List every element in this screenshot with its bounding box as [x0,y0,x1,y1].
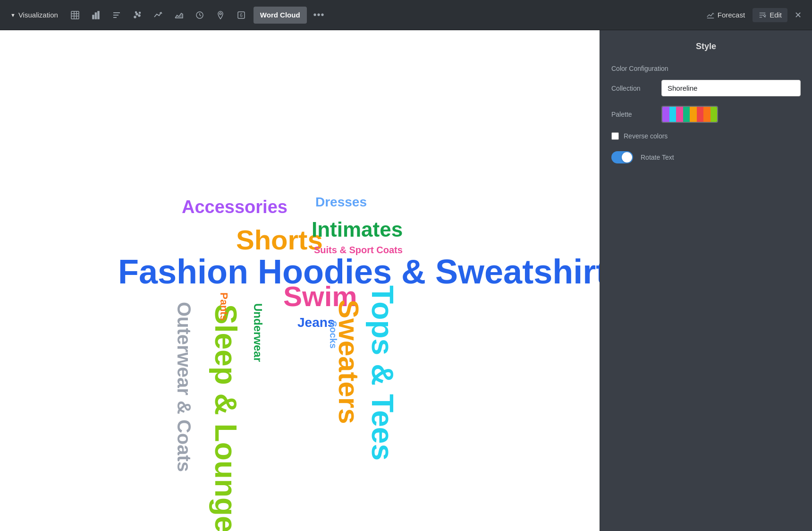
table-icon [70,10,80,20]
number-icon: 6 [237,10,246,20]
line-check-icon-btn[interactable] [150,7,167,24]
main-area: Fashion Hoodies & Sweatshirts Shorts Acc… [0,30,812,531]
app-container: ▼ Visualization [0,0,812,531]
sorted-list-icon [112,10,121,20]
table-icon-btn[interactable] [67,7,84,24]
svg-rect-5 [93,15,94,19]
swatch-orange [703,107,710,122]
color-config-label: Color Configuration [611,65,801,72]
swatch-purple [662,107,669,122]
word-dresses: Dresses [315,196,367,209]
swatch-lime [710,107,718,122]
reverse-colors-checkbox[interactable] [611,132,619,140]
visualization-panel: Fashion Hoodies & Sweatshirts Shorts Acc… [0,30,600,531]
reverse-colors-row: Reverse colors [611,132,801,140]
word-sweaters: Sweaters [334,300,363,531]
toggle-knob [622,152,632,163]
word-pants: Pants [219,292,229,349]
close-button[interactable]: ✕ [789,7,806,24]
edit-label: Edit [770,11,782,19]
word-fashion-hoodies: Fashion Hoodies & Sweatshirts [118,255,600,289]
palette-row: Palette [611,106,801,123]
rotate-text-toggle[interactable] [611,151,633,163]
word-underwear: Underwear [252,303,263,388]
collection-input[interactable]: Shoreline [661,80,801,96]
forecast-icon [706,11,715,19]
bar-chart-icon [91,10,101,20]
side-panel: Style Color Configuration Collection Sho… [600,30,812,531]
toolbar: ▼ Visualization [0,0,812,30]
forecast-label: Forecast [718,11,745,19]
word-tops-tees: Tops & Tees [367,285,398,522]
more-icon: ••• [313,9,325,20]
swatch-amber [690,107,697,122]
word-cloud-button[interactable]: Word Cloud [254,7,307,24]
word-cloud-container: Fashion Hoodies & Sweatshirts Shorts Acc… [0,30,600,531]
bar-chart-icon-btn[interactable] [87,7,104,24]
toolbar-left: ▼ Visualization [6,7,699,24]
svg-point-12 [136,13,138,15]
clock-icon [195,10,204,20]
number-icon-btn[interactable]: 6 [233,7,250,24]
svg-point-11 [134,16,136,18]
word-cloud-label: Word Cloud [260,11,300,19]
word-accessories: Accessories [182,198,288,216]
svg-line-18 [200,15,201,16]
visualization-label: Visualization [18,11,58,19]
style-panel-title: Style [611,42,801,51]
edit-icon [758,11,767,19]
area-chart-icon [174,10,184,20]
svg-point-15 [139,12,140,13]
svg-text:6: 6 [240,13,243,18]
swatch-green [683,107,690,122]
svg-point-14 [135,11,136,13]
toolbar-right: Forecast Edit ✕ [701,7,806,24]
more-options-button[interactable]: ••• [311,7,328,24]
sorted-list-icon-btn[interactable] [108,7,125,24]
palette-swatch[interactable] [661,106,718,123]
word-suits: Suits & Sport Coats [314,245,403,255]
rotate-text-label: Rotate Text [641,154,674,161]
area-chart-icon-btn[interactable] [170,7,187,24]
rotate-text-row: Rotate Text [611,151,801,163]
edit-button[interactable]: Edit [753,8,787,22]
svg-rect-6 [95,13,96,19]
clock-icon-btn[interactable] [191,7,208,24]
swatch-cyan [669,107,677,122]
palette-label: Palette [611,111,654,118]
forecast-button[interactable]: Forecast [701,8,751,22]
dropdown-arrow-icon: ▼ [10,12,16,18]
word-intimates: Intimates [312,219,403,240]
reverse-colors-label: Reverse colors [624,132,668,140]
pin-icon [216,10,225,20]
visualization-dropdown[interactable]: ▼ Visualization [6,8,63,22]
swatch-red [697,107,704,122]
map-icon-btn[interactable] [212,7,229,24]
line-check-icon [153,10,163,20]
collection-row: Collection Shoreline [611,80,801,96]
swatch-pink [676,107,683,122]
word-shorts: Shorts [236,226,323,254]
word-cloud-inner: Fashion Hoodies & Sweatshirts Shorts Acc… [94,59,505,503]
scatter-icon [133,10,142,20]
svg-point-13 [138,15,140,17]
scatter-icon-btn[interactable] [129,7,146,24]
word-outerwear: Outerwear & Coats [175,302,194,531]
svg-rect-7 [98,11,99,19]
svg-rect-0 [71,11,79,19]
svg-point-19 [220,13,221,15]
close-icon: ✕ [795,10,802,20]
collection-label: Collection [611,85,654,92]
